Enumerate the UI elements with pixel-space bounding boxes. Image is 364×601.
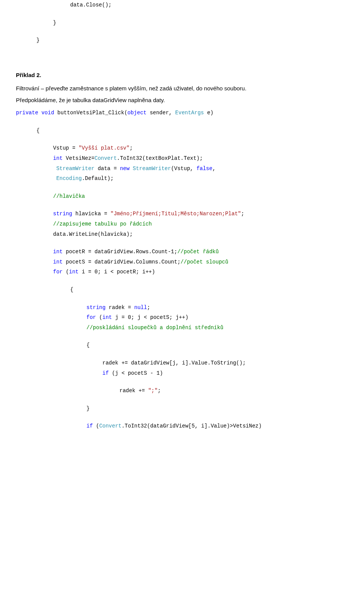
code-line: int VetsiNez=Convert.ToInt32(textBoxPlat… — [0, 153, 364, 164]
code-line: data.Close(); — [0, 0, 364, 10]
code-line: } — [0, 18, 364, 28]
code-line: if (j < pocetS - 1) — [0, 368, 364, 379]
code-line: data.WriteLine(hlavicka); — [0, 229, 364, 240]
brace: } — [0, 404, 364, 414]
code-line: string radek = null; — [0, 303, 364, 313]
code-line: for (int j = 0; j < pocetS; j++) — [0, 312, 364, 323]
body-para-1: Filtrování – převeďte zaměstnance s plat… — [0, 84, 364, 92]
code-line: int pocetR = dataGridView.Rows.Count-1;/… — [0, 247, 364, 257]
brace: { — [0, 285, 364, 295]
code-line: string hlavicka = "Jméno;Příjmení;Titul;… — [0, 209, 364, 219]
brace: { — [0, 126, 364, 136]
code-line: if (Convert.ToInt32(dataGridView[5, i].V… — [0, 421, 364, 431]
method-signature: private void buttonVetsiPlat_Click(objec… — [0, 108, 364, 118]
code-line: radek += ";"; — [0, 386, 364, 396]
comment-line: //hlavička — [0, 191, 364, 202]
example-heading: Příklad 2. — [0, 70, 364, 81]
comment-line: //zapisujeme tabulku po řádcích — [0, 219, 364, 229]
code-line: int pocetS = dataGridView.Columns.Count;… — [0, 257, 364, 267]
comment-line: //poskládání sloupečků a doplnění středn… — [0, 323, 364, 333]
code-line: Encoding.Default); — [0, 174, 364, 184]
code-line: Vstup = "Vyšší plat.csv"; — [0, 143, 364, 153]
body-para-2: Předpokládáme, že je tabulka dataGridVie… — [0, 96, 364, 104]
document-page: data.Close(); } } Příklad 2. Filtrování … — [0, 0, 364, 443]
brace: { — [0, 340, 364, 350]
code-line: } — [0, 35, 364, 46]
code-line: radek += dataGridView[j, i].Value.ToStri… — [0, 358, 364, 368]
code-line: for (int i = 0; i < pocetR; i++) — [0, 267, 364, 277]
code-line: StreamWriter data = new StreamWriter(Vst… — [0, 164, 364, 174]
